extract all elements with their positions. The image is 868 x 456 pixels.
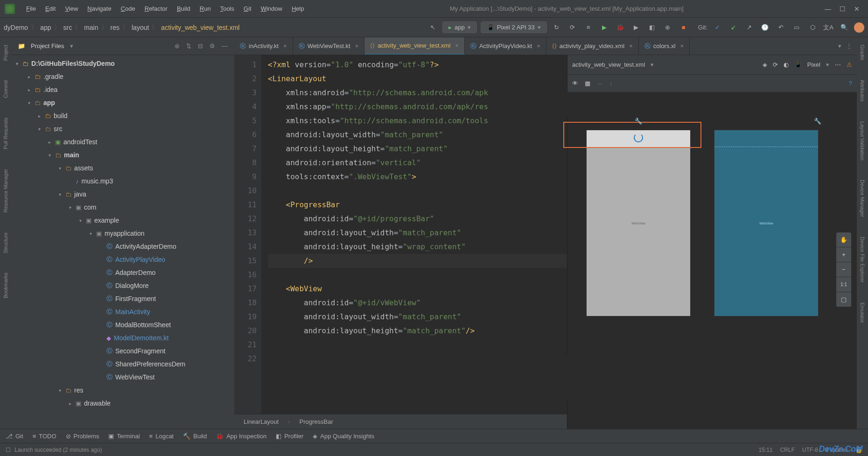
side-tab-commit[interactable]: Commit	[2, 77, 9, 101]
more-icon[interactable]: ⋯	[835, 61, 841, 68]
breadcrumb-segment[interactable]: activity_web_view_test.xml	[161, 24, 239, 31]
pixel-dropdown[interactable]: Pixel	[807, 61, 820, 68]
nav-breadcrumb[interactable]: dyDemo〉app〉src〉main〉res〉layout〉activity_…	[4, 23, 239, 32]
close-icon[interactable]: ✕	[854, 5, 860, 13]
side-tab-structure[interactable]: Structure	[2, 230, 9, 256]
bottom-tab-build[interactable]: 🔨Build	[183, 433, 207, 440]
wrench-icon[interactable]: 🔧	[814, 118, 821, 125]
tree-item[interactable]: ⒸSecondFragment	[11, 344, 234, 358]
menu-navigate[interactable]: Navigate	[83, 3, 116, 14]
menu-git[interactable]: Git	[239, 3, 256, 14]
menu-edit[interactable]: Edit	[41, 3, 60, 14]
tree-item[interactable]: ▾🗀java	[11, 188, 234, 201]
bottom-tab-problems[interactable]: ⊘Problems	[66, 433, 99, 440]
tab-more-icon[interactable]: ⋮	[846, 42, 852, 49]
run-icon[interactable]: ▶	[598, 21, 610, 34]
tab-close-icon[interactable]: ×	[629, 42, 633, 49]
tree-item[interactable]: ♪music.mp3	[11, 175, 234, 188]
device-preview[interactable]: WebView	[586, 130, 691, 316]
editor-tab[interactable]: ⓀActivityPlayVideo.kt×	[465, 37, 546, 55]
orient-icon[interactable]: ⟳	[773, 61, 778, 68]
crumb-2[interactable]: ProgressBar	[300, 418, 333, 425]
translate-icon[interactable]: 文A	[822, 21, 834, 34]
tree-item[interactable]: ◆ModelDemoItem.kt	[11, 331, 234, 344]
coverage-icon[interactable]: ▶	[630, 21, 642, 34]
editor-tab[interactable]: ⓀWebViewTest.kt×	[293, 37, 365, 55]
tree-item[interactable]: ⒸAdapterDemo	[11, 266, 234, 279]
menu-icon[interactable]: ≡	[582, 21, 595, 34]
tree-root[interactable]: ▾ 🗀 D:\GitHubFiles\StudyDemo	[11, 57, 234, 70]
side-tab-resource-manager[interactable]: Resource Manager	[2, 166, 9, 216]
maximize-icon[interactable]: ☐	[840, 5, 846, 13]
code-text[interactable]: <?xml version="1.0" encoding="utf-8"?><L…	[261, 55, 567, 414]
tree-item[interactable]: ▸🗀build	[11, 109, 234, 122]
tree-item[interactable]: ▾🗀res	[11, 384, 234, 397]
minimize-icon[interactable]: —	[825, 5, 831, 13]
breadcrumb-segment[interactable]: app	[40, 24, 51, 31]
tree-item[interactable]: ⒸActivityAdapterDemo	[11, 240, 234, 253]
design-file-dropdown[interactable]: activity_web_view_test.xml	[572, 61, 645, 68]
sync-icon[interactable]: ↻	[551, 21, 563, 34]
tab-close-icon[interactable]: ×	[455, 42, 459, 49]
tab-close-icon[interactable]: ×	[537, 42, 540, 49]
zoom-out-icon[interactable]: −	[836, 262, 851, 277]
tree-item[interactable]: ⒸSharedPreferencesDem	[11, 358, 234, 371]
collapse-icon[interactable]: ⊟	[198, 42, 203, 49]
editor-tab[interactable]: ⟨⟩activivty_play_video.xml×	[546, 37, 639, 55]
git-history-icon[interactable]: 🕐	[759, 21, 771, 34]
side-tab-bookmarks[interactable]: Bookmarks	[2, 270, 9, 301]
attach-icon[interactable]: ⊕	[662, 21, 674, 34]
side-tab-layout-validation[interactable]: Layout Validation	[859, 119, 866, 163]
gear-icon[interactable]: ⚙	[210, 42, 215, 49]
tree-item[interactable]: ⒸWebViewTest	[11, 371, 234, 384]
warn-icon[interactable]: ⚠	[847, 61, 852, 68]
chevron-down-icon[interactable]: ▾	[70, 42, 73, 49]
project-tree[interactable]: ▾ 🗀 D:\GitHubFiles\StudyDemo ▸🗀.gradle▸🗀…	[11, 55, 234, 429]
menu-file[interactable]: File	[21, 3, 41, 14]
locate-icon[interactable]: ⊕	[175, 42, 180, 49]
side-tab-project[interactable]: Project	[2, 42, 9, 63]
bottom-tab-app-quality-insights[interactable]: ◈App Quality Insights	[313, 433, 374, 440]
side-tab-gradle[interactable]: Gradle	[859, 42, 866, 63]
tree-item[interactable]: ⒸFirstFragment	[11, 292, 234, 305]
tab-close-icon[interactable]: ×	[283, 42, 287, 49]
side-tab-device-file-explorer[interactable]: Device File Explorer	[859, 234, 866, 285]
code-breadcrumb[interactable]: LinearLayout › ProgressBar	[234, 414, 567, 429]
breadcrumb-segment[interactable]: layout	[132, 24, 149, 31]
status-encoding[interactable]: UTF-8	[802, 447, 818, 453]
arrows-h-icon[interactable]: ↔	[597, 80, 603, 87]
code-editor[interactable]: 12345678910111213141516171819202122 <?xm…	[234, 55, 567, 414]
tree-item[interactable]: ▾▣myapplication	[11, 227, 234, 240]
tree-item[interactable]: ⒸMainActivity	[11, 305, 234, 318]
tree-item[interactable]: ▸▣drawable	[11, 397, 234, 410]
tree-item[interactable]: ⒸModalBottomSheet	[11, 318, 234, 331]
reload-icon[interactable]: ⟳	[567, 21, 579, 34]
bottom-tab-app-inspection[interactable]: 🐞App Inspection	[216, 433, 266, 440]
menu-tools[interactable]: Tools	[216, 3, 239, 14]
side-tab-emulator[interactable]: Emulator	[859, 300, 866, 326]
blueprint-preview[interactable]: WebView	[714, 130, 819, 316]
device-dropdown[interactable]: 📱 Pixel 2 API 33 ▾	[481, 21, 547, 33]
project-dropdown[interactable]: Project Files	[31, 42, 64, 49]
crumb-1[interactable]: LinearLayout	[244, 418, 279, 425]
git-commit-icon[interactable]: ↙	[727, 21, 739, 34]
tree-item[interactable]: ▾🗀app	[11, 96, 234, 109]
tree-item[interactable]: ▾🗀src	[11, 122, 234, 135]
search-icon[interactable]: 🔍	[838, 21, 850, 34]
bottom-tab-logcat[interactable]: ≡Logcat	[149, 433, 174, 440]
tree-item[interactable]: ▾▣com	[11, 201, 234, 214]
bottom-tab-todo[interactable]: ≡TODO	[33, 433, 56, 440]
tree-item[interactable]: ▾🗀main	[11, 148, 234, 161]
zoom-frame-icon[interactable]: ▢	[836, 292, 851, 307]
expand-icon[interactable]: ⇅	[186, 42, 191, 49]
menu-window[interactable]: Window	[256, 3, 287, 14]
breadcrumb-segment[interactable]: src	[63, 24, 72, 31]
editor-tab[interactable]: ⓀinActivity.kt×	[234, 37, 293, 55]
profiler-icon[interactable]: ◧	[646, 21, 658, 34]
tree-item[interactable]: ▸🗀.idea	[11, 83, 234, 96]
avatar-icon[interactable]	[854, 22, 864, 33]
menu-run[interactable]: Run	[195, 3, 216, 14]
editor-tab[interactable]: ⟨⟩activity_web_view_test.xml×	[364, 37, 465, 55]
design-canvas[interactable]: WebView 🔧 WebView 🔧 ✋	[567, 92, 857, 429]
tree-item[interactable]: ⒸDialogMore	[11, 279, 234, 292]
